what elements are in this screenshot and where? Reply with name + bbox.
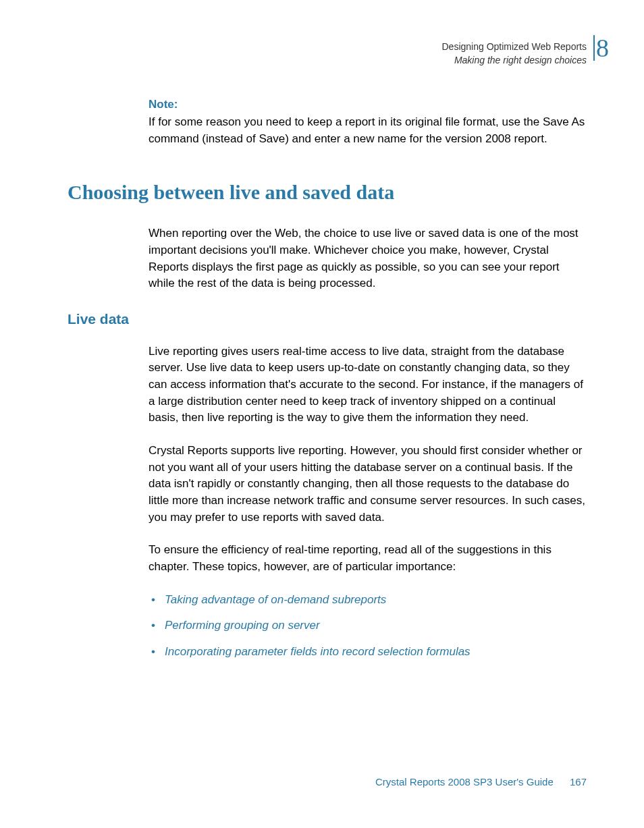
live-data-paragraph-3: To ensure the efficiency of real-time re… [149,542,587,575]
list-item: Taking advantage of on-demand subreports [149,592,587,609]
chapter-number-box: 8 [593,35,609,61]
header-section-title: Making the right design choices [441,54,587,67]
heading-1: Choosing between live and saved data [68,181,587,204]
note-text: If for some reason you need to keep a re… [149,114,587,147]
heading-2-live-data: Live data [68,311,587,327]
list-item: Incorporating parameter fields into reco… [149,644,587,661]
topic-links-list: Taking advantage of on-demand subreports… [149,592,587,661]
page-content: Note: If for some reason you need to kee… [68,98,587,669]
page-footer: Crystal Reports 2008 SP3 User's Guide 16… [375,776,587,788]
note-label: Note: [149,98,587,111]
footer-page-number: 167 [570,776,587,788]
intro-paragraph: When reporting over the Web, the choice … [149,225,587,292]
footer-guide-name: Crystal Reports 2008 SP3 User's Guide [375,776,554,788]
live-data-paragraph-2: Crystal Reports supports live reporting.… [149,443,587,526]
chapter-divider [593,35,595,61]
link-parameter-fields[interactable]: Incorporating parameter fields into reco… [165,645,471,658]
note-block: Note: If for some reason you need to kee… [149,98,587,147]
link-on-demand-subreports[interactable]: Taking advantage of on-demand subreports [165,593,386,606]
link-grouping-on-server[interactable]: Performing grouping on server [165,619,320,632]
live-data-paragraph-1: Live reporting gives users real-time acc… [149,343,587,426]
header-chapter-title: Designing Optimized Web Reports [441,40,587,54]
list-item: Performing grouping on server [149,617,587,634]
page-header: Designing Optimized Web Reports Making t… [441,40,587,67]
chapter-number: 8 [596,35,609,61]
